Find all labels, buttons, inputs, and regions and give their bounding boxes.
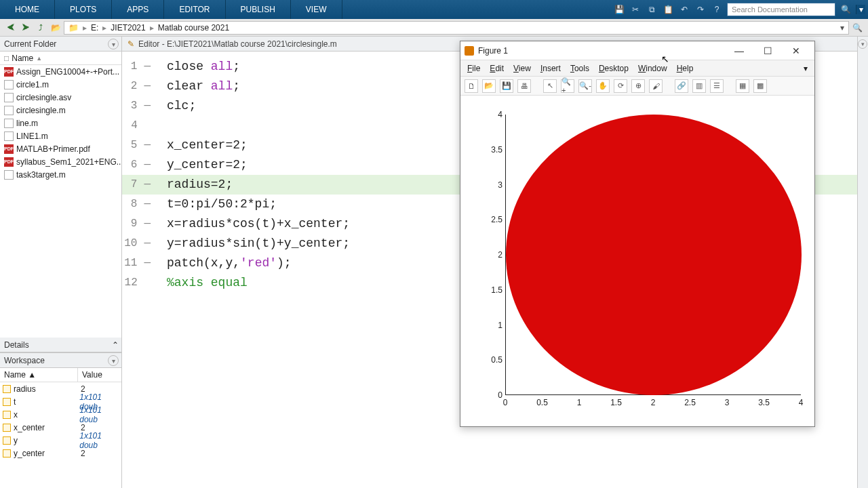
var-name: radius [14, 384, 36, 394]
paste-icon[interactable]: 📋 [662, 3, 674, 16]
figure-toolbar: 🗋 📂 💾 🖶 ↖ 🔍+ 🔍- ✋ ⟳ ⊕ 🖌 🔗 ▥ ☰ ▦ ▩ [460, 77, 814, 96]
rotate-icon[interactable]: ⟳ [614, 79, 627, 93]
print-icon[interactable]: 🖶 [517, 79, 531, 93]
menu-chevron-icon[interactable]: ▾ [804, 64, 808, 73]
toolstrip-tab-editor[interactable]: EDITOR [164, 0, 225, 19]
up-folder-icon[interactable]: ⤴ [34, 21, 47, 35]
toolstrip-tab-publish[interactable]: PUBLISH [226, 0, 291, 19]
show-tools-icon[interactable]: ▩ [753, 79, 767, 93]
toolstrip-tab-apps[interactable]: APPS [112, 0, 164, 19]
variable-icon [3, 424, 11, 432]
new-figure-icon[interactable]: 🗋 [465, 79, 478, 93]
figure-menu-tools[interactable]: Tools [570, 64, 589, 73]
undo-icon[interactable]: ↶ [678, 3, 690, 16]
x-tick: 0 [503, 398, 508, 407]
m-file-icon [4, 170, 14, 180]
maximize-button[interactable]: ☐ [753, 42, 782, 60]
figure-menu-window[interactable]: Window [638, 64, 667, 73]
search-icon[interactable]: 🔍 [840, 3, 852, 16]
file-row[interactable]: PDFsyllabus_Sem1_2021+ENG... [0, 155, 121, 168]
y-tick: 2.5 [490, 215, 502, 224]
figure-menu-help[interactable]: Help [677, 64, 694, 73]
figure-menu-edit[interactable]: Edit [490, 64, 504, 73]
panel-actions-icon[interactable]: ▾ [108, 39, 119, 49]
var-value: 2 [78, 449, 85, 458]
pdf-file-icon: PDF [4, 157, 14, 167]
help-icon[interactable]: ? [711, 3, 723, 16]
workspace-value-header[interactable]: Value [78, 368, 106, 382]
figure-window[interactable]: Figure 1 — ☐ ✕ ↖ FileEditViewInsertTools… [460, 41, 815, 427]
workspace-row[interactable]: y1x101 doub [0, 434, 121, 447]
pointer-icon[interactable]: ↖ [543, 79, 557, 93]
panel-actions-icon[interactable]: ▾ [858, 39, 867, 49]
figure-menu-insert[interactable]: Insert [540, 64, 561, 73]
zoom-out-icon[interactable]: 🔍- [578, 79, 592, 93]
file-name-header[interactable]: □ Name ▲ [0, 52, 121, 65]
cut-icon[interactable]: ✂ [629, 3, 642, 16]
layout-dropdown-icon[interactable]: ▾ [856, 5, 865, 14]
pdf-file-icon: PDF [4, 144, 14, 154]
colorbar-icon[interactable]: ▥ [692, 79, 706, 93]
workspace-name-header[interactable]: Name ▲ [0, 368, 78, 382]
toolstrip-tab-home[interactable]: HOME [0, 0, 55, 19]
line-number: 3 — [122, 96, 155, 116]
save-icon[interactable]: 💾 [613, 3, 625, 16]
file-list: □ Name ▲ PDFAssign_ENG10004+-+Port...cir… [0, 52, 121, 338]
back-icon[interactable]: ⮜ [4, 21, 18, 35]
close-button[interactable]: ✕ [782, 42, 810, 60]
file-row[interactable]: PDFAssign_ENG10004+-+Port... [0, 65, 121, 78]
var-name: y [14, 436, 18, 445]
figure-axes[interactable]: 00.511.522.533.54 00.511.522.533.54 [460, 96, 814, 426]
figure-menu-file[interactable]: File [467, 64, 480, 73]
file-row[interactable]: LINE1.m [0, 129, 121, 142]
line-number: 11 — [122, 253, 155, 273]
forward-icon[interactable]: ⮞ [19, 21, 33, 35]
legend-icon[interactable]: ☰ [710, 79, 724, 93]
minimize-button[interactable]: — [725, 42, 753, 60]
file-name: LINE1.m [16, 131, 48, 141]
brush-icon[interactable]: 🖌 [649, 79, 663, 93]
figure-menu-view[interactable]: View [513, 64, 531, 73]
copy-icon[interactable]: ⧉ [646, 3, 658, 16]
file-row[interactable]: line.m [0, 117, 121, 129]
path-dropdown-icon[interactable]: ▾ [840, 23, 844, 33]
path-segment[interactable]: Matlab course 2021 [158, 23, 229, 33]
file-row[interactable]: circlesingle.asv [0, 91, 121, 104]
zoom-in-icon[interactable]: 🔍+ [561, 79, 574, 93]
save-icon[interactable]: 💾 [500, 79, 513, 93]
file-name: task3target.m [16, 170, 66, 180]
y-tick: 1 [490, 321, 502, 330]
path-segment[interactable]: JIET2021 [111, 23, 145, 33]
search-documentation-input[interactable]: Search Documentation [727, 3, 835, 16]
variable-icon [3, 436, 11, 445]
figure-icon [465, 46, 474, 56]
toolstrip-tab-view[interactable]: VIEW [291, 0, 342, 19]
data-cursor-icon[interactable]: ⊕ [631, 79, 645, 93]
file-name: syllabus_Sem1_2021+ENG... [16, 157, 121, 167]
link-icon[interactable]: 🔗 [675, 79, 688, 93]
chevron-up-icon[interactable]: ⌃ [112, 340, 119, 350]
file-name: circlesingle.m [16, 106, 66, 115]
figure-menu-desktop[interactable]: Desktop [599, 64, 629, 73]
open-icon[interactable]: 📂 [482, 79, 496, 93]
line-number: 8 — [122, 195, 155, 214]
figure-titlebar[interactable]: Figure 1 — ☐ ✕ [460, 41, 814, 60]
redo-icon[interactable]: ↷ [694, 3, 707, 16]
address-path[interactable]: 📁 ▸ E: ▸ JIET2021 ▸ Matlab course 2021 ▾ [64, 21, 849, 35]
m-file-icon [4, 131, 14, 141]
workspace-row[interactable]: x1x101 doub [0, 408, 121, 421]
search-folder-icon[interactable]: 🔍 [850, 21, 864, 35]
file-row[interactable]: task3target.m [0, 168, 121, 181]
file-row[interactable]: circlesingle.m [0, 104, 121, 117]
toolstrip: HOMEPLOTSAPPSEDITORPUBLISHVIEW 💾 ✂ ⧉ 📋 ↶… [0, 0, 868, 19]
var-name: y_center [14, 449, 45, 458]
pan-icon[interactable]: ✋ [596, 79, 610, 93]
drive-segment[interactable]: E: [91, 23, 98, 33]
hide-tools-icon[interactable]: ▦ [736, 79, 749, 93]
pencil-icon: ✎ [127, 39, 134, 49]
file-row[interactable]: circle1.m [0, 78, 121, 91]
toolstrip-tab-plots[interactable]: PLOTS [55, 0, 112, 19]
panel-actions-icon[interactable]: ▾ [108, 355, 119, 366]
browse-icon[interactable]: 📂 [49, 21, 62, 35]
file-row[interactable]: PDFMATLAB+Primer.pdf [0, 142, 121, 155]
